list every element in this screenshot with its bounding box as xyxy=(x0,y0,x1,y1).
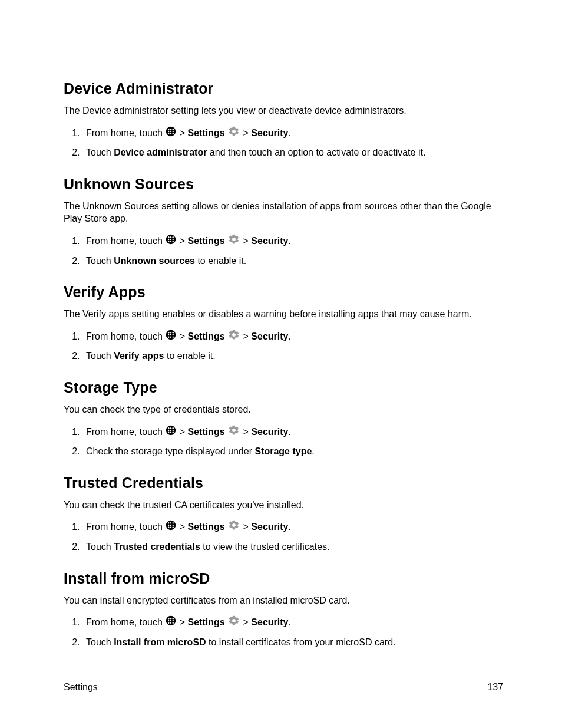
step2-bold: Trusted credentials xyxy=(114,542,200,552)
gt: > xyxy=(177,331,187,341)
svg-point-23 xyxy=(173,332,174,333)
svg-point-24 xyxy=(168,334,169,335)
step2-bold: Storage type xyxy=(254,446,312,456)
svg-point-1 xyxy=(168,129,169,130)
svg-point-14 xyxy=(168,239,169,240)
step-2: Touch Trusted credentials to view the tr… xyxy=(82,539,503,555)
gt: > xyxy=(243,128,252,138)
gt: > xyxy=(243,522,252,532)
svg-point-13 xyxy=(173,236,174,238)
desc-verify-apps: The Verify apps setting enables or disab… xyxy=(64,308,503,321)
steps-install-from-microsd: From home, touch > Settings > Security. … xyxy=(64,615,503,650)
desc-device-administrator: The Device administrator setting lets yo… xyxy=(64,104,503,117)
settings-label: Settings xyxy=(188,128,225,138)
step2-prefix: Touch xyxy=(86,256,114,266)
apps-icon xyxy=(166,126,176,141)
step-1: From home, touch > Settings > Security. xyxy=(82,329,503,345)
svg-point-11 xyxy=(168,236,169,238)
document-page: Device Administrator The Device administ… xyxy=(0,0,562,728)
desc-unknown-sources: The Unknown Sources setting allows or de… xyxy=(64,200,503,225)
period: . xyxy=(288,128,290,138)
svg-point-16 xyxy=(173,239,174,240)
step1-prefix: From home, touch xyxy=(86,427,165,437)
svg-point-5 xyxy=(170,130,171,131)
steps-verify-apps: From home, touch > Settings > Security. … xyxy=(64,329,503,364)
step1-prefix: From home, touch xyxy=(86,128,165,138)
step-2: Touch Install from microSD to install ce… xyxy=(82,635,503,650)
gear-icon xyxy=(228,519,240,536)
heading-device-administrator: Device Administrator xyxy=(64,80,503,97)
gt: > xyxy=(177,522,187,532)
desc-storage-type: You can check the type of credentials st… xyxy=(64,403,503,416)
svg-point-2 xyxy=(170,129,171,130)
step2-bold: Install from microSD xyxy=(114,637,206,647)
desc-install-from-microsd: You can install encrypted certificates f… xyxy=(64,594,503,607)
svg-point-47 xyxy=(168,527,169,528)
svg-point-34 xyxy=(168,429,169,430)
gt: > xyxy=(177,617,187,627)
settings-label: Settings xyxy=(188,427,225,437)
svg-point-31 xyxy=(168,427,169,429)
svg-point-48 xyxy=(170,527,171,528)
svg-point-36 xyxy=(173,429,174,430)
gt: > xyxy=(243,236,252,246)
steps-storage-type: From home, touch > Settings > Security. … xyxy=(64,424,503,459)
steps-unknown-sources: From home, touch > Settings > Security. … xyxy=(64,233,503,268)
svg-point-12 xyxy=(170,236,171,238)
svg-point-43 xyxy=(173,522,174,523)
steps-device-administrator: From home, touch > Settings > Security. … xyxy=(64,126,503,160)
gear-icon xyxy=(228,329,240,345)
step2-prefix: Touch xyxy=(86,542,114,552)
svg-point-52 xyxy=(170,618,171,619)
step1-prefix: From home, touch xyxy=(86,522,165,532)
svg-point-39 xyxy=(173,431,174,433)
step2-bold: Unknown sources xyxy=(114,256,195,266)
gt: > xyxy=(177,427,187,437)
period: . xyxy=(288,522,290,532)
svg-point-54 xyxy=(168,620,169,621)
svg-point-19 xyxy=(173,241,174,242)
svg-point-45 xyxy=(170,525,171,526)
heading-verify-apps: Verify Apps xyxy=(64,284,503,301)
svg-point-42 xyxy=(170,522,171,523)
svg-point-22 xyxy=(170,332,171,333)
step2-bold: Verify apps xyxy=(114,351,164,361)
period: . xyxy=(288,236,290,246)
svg-point-49 xyxy=(173,527,174,528)
security-label: Security xyxy=(251,617,288,627)
svg-point-53 xyxy=(173,618,174,619)
svg-point-6 xyxy=(173,130,174,131)
heading-trusted-credentials: Trusted Credentials xyxy=(64,475,503,492)
period: . xyxy=(288,617,290,627)
svg-point-33 xyxy=(173,427,174,429)
svg-point-21 xyxy=(168,332,169,333)
step-2: Touch Unknown sources to enable it. xyxy=(82,253,503,269)
step2-suffix: and then touch an option to activate or … xyxy=(207,147,425,157)
svg-point-32 xyxy=(170,427,171,429)
heading-storage-type: Storage Type xyxy=(64,379,503,396)
step2-prefix: Check the storage type displayed under xyxy=(86,446,254,456)
step-1: From home, touch > Settings > Security. xyxy=(82,233,503,250)
settings-label: Settings xyxy=(188,331,225,341)
security-label: Security xyxy=(251,236,288,246)
svg-point-56 xyxy=(173,620,174,621)
security-label: Security xyxy=(251,128,288,138)
svg-point-28 xyxy=(170,336,171,337)
step1-prefix: From home, touch xyxy=(86,617,165,627)
svg-point-38 xyxy=(170,431,171,433)
svg-point-17 xyxy=(168,241,169,242)
svg-point-55 xyxy=(170,620,171,621)
settings-label: Settings xyxy=(188,617,225,627)
step-2: Touch Device administrator and then touc… xyxy=(82,145,503,160)
heading-install-from-microsd: Install from microSD xyxy=(64,570,503,587)
svg-point-27 xyxy=(168,336,169,337)
step-2: Check the storage type displayed under S… xyxy=(82,444,503,459)
svg-point-25 xyxy=(170,334,171,335)
svg-point-35 xyxy=(170,429,171,430)
gear-icon xyxy=(228,233,240,250)
svg-point-9 xyxy=(173,133,174,134)
svg-point-58 xyxy=(170,622,171,624)
security-label: Security xyxy=(251,331,288,341)
steps-trusted-credentials: From home, touch > Settings > Security. … xyxy=(64,519,503,554)
svg-point-57 xyxy=(168,622,169,624)
